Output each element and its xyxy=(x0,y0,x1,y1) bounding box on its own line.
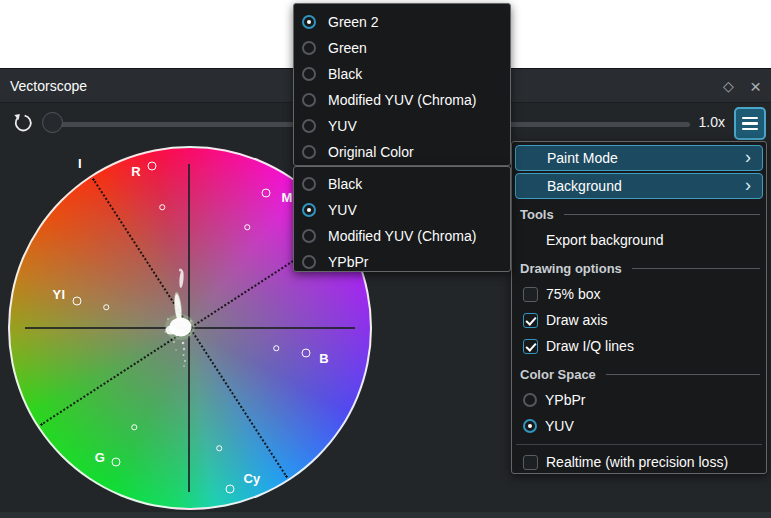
paint-mode-item-black[interactable]: Black xyxy=(294,61,510,87)
target-ring xyxy=(226,485,235,494)
menu-item-label: YPbPr xyxy=(328,254,368,270)
radio-icon[interactable] xyxy=(302,41,316,55)
signal-trace-blob xyxy=(150,251,210,381)
target-ring xyxy=(273,345,279,351)
wheel-label-m: M xyxy=(281,190,292,205)
target-ring xyxy=(112,458,121,467)
window-bottom-edge xyxy=(0,512,771,518)
zoom-level-label: 1.0x xyxy=(699,114,725,130)
paint-mode-menu-button[interactable]: Paint Mode › xyxy=(515,145,763,171)
wheel-label-g: G xyxy=(95,450,105,465)
menu-item-label: Green 2 xyxy=(328,14,379,30)
target-ring xyxy=(302,349,311,358)
checkbox-checked-icon[interactable] xyxy=(523,313,538,328)
radio-label: YUV xyxy=(545,418,574,434)
float-window-icon[interactable]: ◇ xyxy=(723,79,734,93)
paint-mode-item-yuv[interactable]: YUV xyxy=(294,113,510,139)
options-menu: Paint Mode › Background › Tools Export b… xyxy=(511,141,767,474)
wheel-label-cy: Cy xyxy=(243,471,260,486)
checkbox-draw-iq-lines[interactable]: Draw I/Q lines xyxy=(512,333,766,359)
wheel-label-yl: Yl xyxy=(53,287,66,302)
menu-item-label: Modified YUV (Chroma) xyxy=(328,228,476,244)
checkbox-checked-icon[interactable] xyxy=(523,339,538,354)
menu-item-label: Green xyxy=(328,40,367,56)
paint-mode-item-green2[interactable]: Green 2 xyxy=(294,9,510,35)
menu-item-label: YUV xyxy=(328,202,357,218)
paint-mode-item-green[interactable]: Green xyxy=(294,35,510,61)
submenu-label: Paint Mode xyxy=(547,150,618,166)
menu-item-label: Modified YUV (Chroma) xyxy=(328,92,476,108)
radio-icon[interactable] xyxy=(302,93,316,107)
checkbox-draw-axis[interactable]: Draw axis xyxy=(512,307,766,333)
checkbox-label: Realtime (with precision loss) xyxy=(546,454,728,470)
target-ring xyxy=(262,189,271,198)
radio-selected-icon[interactable] xyxy=(523,419,537,433)
background-item-black[interactable]: Black xyxy=(294,171,510,197)
checkbox-75-box[interactable]: 75% box xyxy=(512,281,766,307)
target-ring xyxy=(131,424,137,430)
menu-item-label: Original Color xyxy=(328,144,414,160)
chevron-right-icon: › xyxy=(745,147,751,168)
submenu-label: Background xyxy=(547,178,622,194)
menu-item-label: Black xyxy=(328,176,362,192)
background-submenu: Black YUV Modified YUV (Chroma) YPbPr xyxy=(293,166,511,272)
menu-item-label: YUV xyxy=(328,118,357,134)
menu-item-label: Export background xyxy=(546,232,664,248)
radio-icon[interactable] xyxy=(302,177,316,191)
wheel-label-r: R xyxy=(131,164,141,179)
checkbox-icon[interactable] xyxy=(523,455,538,470)
radio-icon[interactable] xyxy=(523,393,537,407)
target-ring xyxy=(103,304,109,310)
radio-icon[interactable] xyxy=(302,255,316,269)
menu-separator xyxy=(516,444,762,445)
checkbox-icon[interactable] xyxy=(523,287,538,302)
target-ring xyxy=(73,297,82,306)
wheel-label-b: B xyxy=(319,351,329,366)
hamburger-menu-button[interactable] xyxy=(734,107,766,140)
radio-icon[interactable] xyxy=(302,145,316,159)
radio-icon[interactable] xyxy=(302,229,316,243)
drawing-options-section-header: Drawing options xyxy=(512,255,766,281)
close-icon[interactable]: × xyxy=(750,77,761,96)
background-item-ypbpr[interactable]: YPbPr xyxy=(294,249,510,275)
radio-icon[interactable] xyxy=(302,203,316,217)
page: Vectorscope ◇ × 1.0x IRMYlBGCy xyxy=(0,0,771,518)
radio-icon[interactable] xyxy=(302,15,316,29)
window-title: Vectorscope xyxy=(0,78,87,94)
menu-item-label: Black xyxy=(328,66,362,82)
tools-section-header: Tools xyxy=(512,201,766,227)
paint-mode-submenu: Green 2 Green Black Modified YUV (Chroma… xyxy=(293,3,511,166)
paint-mode-item-original-color[interactable]: Original Color xyxy=(294,139,510,165)
checkbox-label: 75% box xyxy=(546,286,600,302)
wheel-label-i: I xyxy=(78,156,82,171)
background-menu-button[interactable]: Background › xyxy=(515,173,763,199)
checkbox-label: Draw I/Q lines xyxy=(546,338,634,354)
target-ring xyxy=(148,162,157,171)
export-background-item[interactable]: Export background xyxy=(512,227,766,253)
paint-mode-item-modified-yuv[interactable]: Modified YUV (Chroma) xyxy=(294,87,510,113)
zoom-slider-handle[interactable] xyxy=(42,112,63,133)
background-item-modified-yuv[interactable]: Modified YUV (Chroma) xyxy=(294,223,510,249)
radio-icon[interactable] xyxy=(302,119,316,133)
target-ring xyxy=(159,204,165,210)
background-item-yuv[interactable]: YUV xyxy=(294,197,510,223)
colorspace-item-yuv[interactable]: YUV xyxy=(512,413,766,439)
checkbox-label: Draw axis xyxy=(546,312,607,328)
colorspace-item-ypbpr[interactable]: YPbPr xyxy=(512,387,766,413)
radio-icon[interactable] xyxy=(302,67,316,81)
target-ring xyxy=(216,445,222,451)
color-space-section-header: Color Space xyxy=(512,361,766,387)
radio-label: YPbPr xyxy=(545,392,585,408)
refresh-icon[interactable] xyxy=(12,112,34,134)
target-ring xyxy=(244,224,250,230)
checkbox-realtime[interactable]: Realtime (with precision loss) xyxy=(512,449,766,475)
chevron-right-icon: › xyxy=(745,175,751,196)
